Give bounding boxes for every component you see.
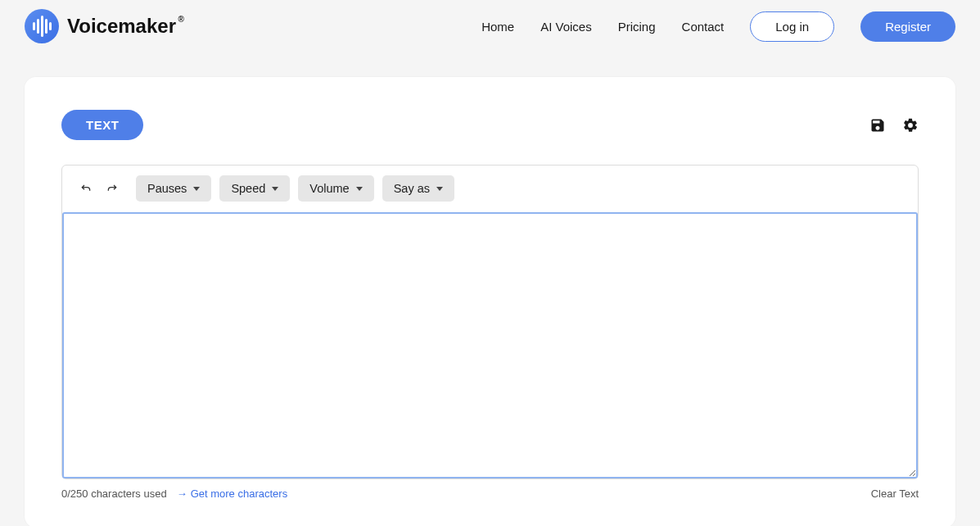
main-nav: Home AI Voices Pricing Contact Log in Re…	[481, 11, 955, 42]
editor-card: TEXT Pauses	[25, 77, 955, 526]
volume-label: Volume	[309, 182, 349, 195]
speed-dropdown[interactable]: Speed	[219, 175, 290, 202]
nav-pricing[interactable]: Pricing	[618, 20, 656, 34]
card-topbar: TEXT	[61, 110, 919, 140]
get-more-characters-link[interactable]: → Get more characters	[177, 487, 288, 500]
card-action-icons	[869, 117, 919, 134]
tab-text[interactable]: TEXT	[61, 110, 143, 140]
get-more-characters-label: Get more characters	[191, 487, 288, 500]
logo-icon	[25, 9, 59, 43]
nav-ai-voices[interactable]: AI Voices	[540, 20, 592, 34]
undo-button[interactable]	[77, 179, 95, 197]
text-input[interactable]	[62, 212, 918, 478]
brand-logo[interactable]: Voicemaker®	[25, 9, 176, 43]
redo-button[interactable]	[103, 179, 121, 197]
arrow-right-icon: →	[177, 487, 187, 500]
brand-name: Voicemaker®	[67, 15, 176, 38]
register-button[interactable]: Register	[860, 11, 955, 42]
nav-home[interactable]: Home	[481, 20, 514, 34]
redo-icon	[106, 182, 119, 195]
pauses-label: Pauses	[147, 182, 187, 195]
editor-footer: 0/250 characters used → Get more charact…	[61, 487, 919, 500]
save-icon[interactable]	[869, 117, 886, 134]
editor-box: Pauses Speed Volume Say as	[61, 165, 919, 479]
speed-label: Speed	[231, 182, 265, 195]
nav-contact[interactable]: Contact	[682, 20, 725, 34]
chevron-down-icon	[272, 187, 278, 191]
login-button[interactable]: Log in	[750, 11, 834, 42]
clear-text-button[interactable]: Clear Text	[871, 487, 919, 500]
header: Voicemaker® Home AI Voices Pricing Conta…	[0, 0, 980, 52]
say-as-dropdown[interactable]: Say as	[382, 175, 454, 202]
gear-icon[interactable]	[902, 117, 919, 134]
say-as-label: Say as	[394, 182, 430, 195]
pauses-dropdown[interactable]: Pauses	[136, 175, 211, 202]
chevron-down-icon	[356, 187, 363, 191]
volume-dropdown[interactable]: Volume	[298, 175, 373, 202]
chevron-down-icon	[436, 187, 443, 191]
editor-toolbar: Pauses Speed Volume Say as	[62, 166, 918, 212]
chevron-down-icon	[193, 187, 200, 191]
char-count: 0/250 characters used	[61, 487, 167, 500]
undo-icon	[79, 182, 93, 195]
